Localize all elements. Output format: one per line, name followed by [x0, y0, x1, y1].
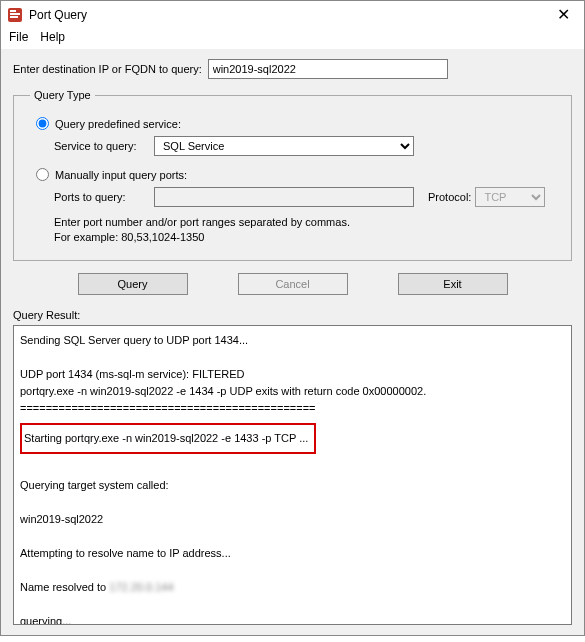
content-area: Enter destination IP or FQDN to query: Q…: [1, 49, 584, 635]
port-query-window: Port Query ✕ File Help Enter destination…: [0, 0, 585, 636]
result-line: UDP port 1434 (ms-sql-m service): FILTER…: [20, 368, 245, 380]
query-result-label: Query Result:: [13, 309, 572, 321]
radio-predefined-label: Query predefined service:: [55, 118, 181, 130]
result-line: querying...: [20, 615, 71, 624]
menubar: File Help: [1, 26, 584, 49]
result-separator: ========================================…: [20, 402, 316, 414]
destination-label: Enter destination IP or FQDN to query:: [13, 63, 202, 75]
helptext-line2: For example: 80,53,1024-1350: [54, 231, 204, 243]
exit-button[interactable]: Exit: [398, 273, 508, 295]
result-line: Name resolved to 172.20.0.144: [20, 581, 174, 593]
menu-help[interactable]: Help: [40, 30, 65, 44]
destination-row: Enter destination IP or FQDN to query:: [13, 59, 572, 79]
cancel-button: Cancel: [238, 273, 348, 295]
service-label: Service to query:: [54, 140, 154, 152]
query-button[interactable]: Query: [78, 273, 188, 295]
protocol-label: Protocol:: [428, 191, 471, 203]
query-type-legend: Query Type: [30, 89, 95, 101]
window-title: Port Query: [29, 8, 87, 22]
button-row: Query Cancel Exit: [13, 273, 572, 295]
result-line: Attempting to resolve name to IP address…: [20, 547, 231, 559]
svg-rect-3: [10, 16, 18, 18]
helptext: Enter port number and/or port ranges sep…: [54, 215, 555, 246]
protocol-select: TCP: [475, 187, 545, 207]
menu-file[interactable]: File: [9, 30, 28, 44]
highlighted-command: Starting portqry.exe -n win2019-sql2022 …: [20, 423, 316, 454]
radio-manual-label: Manually input query ports:: [55, 169, 187, 181]
result-line: win2019-sql2022: [20, 513, 103, 525]
radio-predefined[interactable]: [36, 117, 49, 130]
svg-rect-2: [10, 10, 16, 12]
result-line: Querying target system called:: [20, 479, 169, 491]
ports-input: [154, 187, 414, 207]
service-select[interactable]: SQL Service: [154, 136, 414, 156]
svg-rect-1: [10, 13, 20, 15]
blurred-ip: 172.20.0.144: [109, 579, 173, 596]
close-button[interactable]: ✕: [551, 5, 576, 24]
titlebar: Port Query ✕: [1, 1, 584, 26]
query-result-box[interactable]: Sending SQL Server query to UDP port 143…: [13, 325, 572, 625]
destination-input[interactable]: [208, 59, 448, 79]
query-type-fieldset: Query Type Query predefined service: Ser…: [13, 89, 572, 261]
helptext-line1: Enter port number and/or port ranges sep…: [54, 216, 350, 228]
result-line: Sending SQL Server query to UDP port 143…: [20, 334, 248, 346]
ports-label: Ports to query:: [54, 191, 154, 203]
app-icon: [7, 7, 23, 23]
radio-manual[interactable]: [36, 168, 49, 181]
result-line: portqry.exe -n win2019-sql2022 -e 1434 -…: [20, 385, 426, 397]
